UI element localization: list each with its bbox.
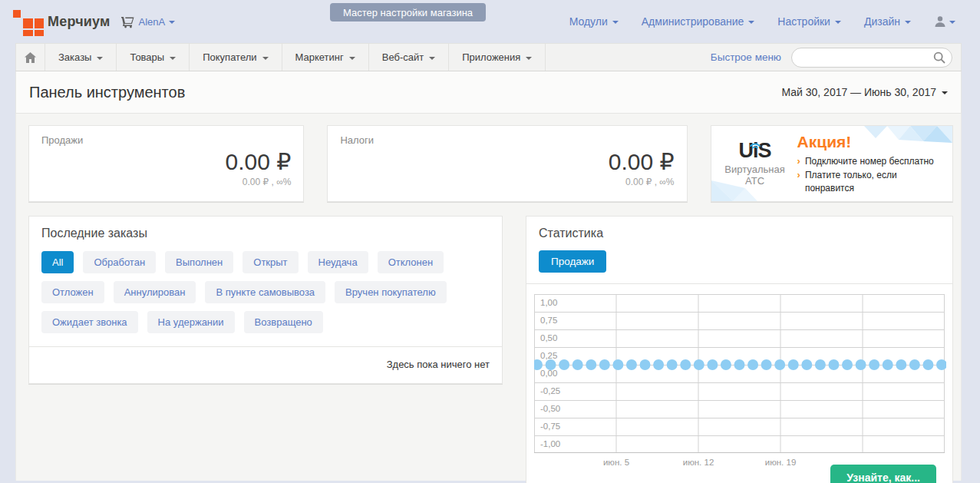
order-status-filters: All Обработан Выполнен Открыт Неудача От… [41, 251, 490, 333]
statistics-panel: Статистика Продажи 1,000,750,500,250,00-… [526, 216, 953, 483]
taxes-value: 0.00 ₽ [340, 149, 674, 175]
home-button[interactable] [16, 44, 45, 71]
chevron-right-icon: › [797, 154, 800, 167]
svg-text:июн. 5: июн. 5 [603, 458, 629, 467]
svg-text:-0,25: -0,25 [540, 386, 560, 395]
nav-item-apps[interactable]: Приложения [449, 44, 546, 71]
promo-text: Акция! › Подключите номер бесплатно › Пл… [797, 133, 945, 195]
nav-right: Быстрое меню [711, 44, 961, 71]
account-menu[interactable] [934, 15, 955, 28]
promo-bullet: › Подключите номер бесплатно [797, 154, 945, 168]
uis-caption: Виртуальная АТС [722, 164, 788, 187]
svg-text:-1,00: -1,00 [540, 439, 560, 448]
svg-text:0,00: 0,00 [540, 369, 557, 378]
chevron-down-icon [429, 57, 435, 60]
main-nav: Заказы Товары Покупатели Маркетинг Веб-с… [15, 43, 962, 71]
chevron-down-icon [949, 21, 955, 24]
search-input[interactable] [791, 48, 952, 68]
sales-chart: 1,000,750,500,250,00-0,25-0,50-0,75-1,00… [534, 289, 946, 481]
filter-failed[interactable]: Неудача [308, 251, 368, 273]
promo-bullet: › Платите только, если понравится [797, 168, 945, 195]
top-menu-modules[interactable]: Модули [569, 15, 619, 28]
statistics-title: Статистика [539, 227, 945, 240]
sales-subvalue: 0.00 ₽ , ∞% [41, 177, 291, 187]
stats-row: Продажи 0.00 ₽ 0.00 ₽ , ∞% Налоги 0.00 ₽… [28, 125, 953, 202]
top-menu-settings[interactable]: Настройки [777, 15, 841, 28]
chevron-down-icon [169, 21, 175, 24]
chevron-down-icon [942, 91, 948, 94]
user-name: AlenA [139, 16, 166, 28]
chevron-down-icon [835, 21, 841, 24]
svg-text:0,50: 0,50 [540, 333, 557, 342]
home-icon [25, 52, 36, 63]
nav-item-customers[interactable]: Покупатели [190, 44, 282, 71]
svg-text:июн. 19: июн. 19 [765, 458, 797, 467]
page-header: Панель инструментов Май 30, 2017 — Июнь … [15, 71, 962, 114]
storefront-cart-icon[interactable] [121, 16, 134, 28]
filter-declined[interactable]: Отклонен [378, 251, 444, 273]
sales-series-button[interactable]: Продажи [539, 250, 606, 273]
nav-item-products[interactable]: Товары [117, 44, 190, 71]
merchium-logo-icon [13, 8, 41, 36]
filter-all[interactable]: All [41, 251, 74, 273]
chevron-down-icon [170, 57, 176, 60]
chevron-down-icon [526, 57, 532, 60]
store-setup-wizard-button[interactable]: Мастер настройки магазина [330, 3, 486, 22]
quick-menu-link[interactable]: Быстрое меню [711, 51, 781, 63]
page-title: Панель инструментов [29, 84, 185, 101]
filter-backordered[interactable]: Отложен [41, 281, 104, 303]
chart-area: 1,000,750,500,250,00-0,25-0,50-0,75-1,00… [534, 289, 945, 483]
taxes-card: Налоги 0.00 ₽ 0.00 ₽ , ∞% [327, 125, 687, 202]
top-menus: Модули Администрирование Настройки Дизай… [569, 15, 955, 28]
nav-item-orders[interactable]: Заказы [45, 44, 117, 71]
chevron-down-icon [612, 21, 619, 24]
taxes-card-title: Налоги [340, 134, 674, 146]
filter-pickup-point[interactable]: В пункте самовывоза [205, 281, 325, 303]
promo-headline: Акция! [797, 133, 945, 151]
user-menu[interactable]: AlenA [139, 16, 176, 28]
sales-card: Продажи 0.00 ₽ 0.00 ₽ , ∞% [28, 125, 304, 202]
chevron-down-icon [905, 21, 911, 24]
svg-text:0,25: 0,25 [540, 351, 557, 360]
filter-returned[interactable]: Возвращено [244, 311, 323, 333]
sales-card-title: Продажи [41, 134, 291, 146]
svg-text:июн. 12: июн. 12 [683, 458, 714, 467]
nav-item-website[interactable]: Веб-сайт [369, 44, 449, 71]
filter-on-hold[interactable]: На удержании [147, 311, 235, 333]
nav-item-marketing[interactable]: Маркетинг [282, 44, 369, 71]
chevron-down-icon [748, 21, 754, 24]
recent-orders-title: Последние заказы [41, 227, 490, 240]
filter-open[interactable]: Открыт [243, 251, 298, 273]
dashboard-content: Продажи 0.00 ₽ 0.00 ₽ , ∞% Налоги 0.00 ₽… [15, 114, 962, 481]
top-menu-administration[interactable]: Администрирование [642, 15, 755, 28]
chevron-down-icon [262, 57, 269, 60]
sales-value: 0.00 ₽ [41, 149, 291, 175]
filter-cancelled[interactable]: Аннулирован [114, 281, 196, 303]
uis-promo-banner[interactable]: UiS Виртуальная АТС Акция! › Подключите … [711, 125, 953, 202]
filter-delivered[interactable]: Вручен покупателю [335, 281, 447, 303]
recent-orders-panel: Последние заказы All Обработан Выполнен … [28, 216, 503, 384]
date-range-picker[interactable]: Май 30, 2017 — Июнь 30, 2017 [781, 86, 948, 98]
uis-logo: UiS Виртуальная АТС [722, 141, 788, 187]
chevron-down-icon [349, 57, 355, 60]
filter-processed[interactable]: Обработан [83, 251, 156, 273]
filter-awaiting-call[interactable]: Ожидает звонка [41, 311, 138, 333]
top-menu-design[interactable]: Дизайн [864, 15, 911, 28]
filter-complete[interactable]: Выполнен [165, 251, 233, 273]
top-header: Мерчиум AlenA Мастер настройки магазина … [0, 0, 980, 43]
chevron-down-icon [97, 57, 103, 60]
person-icon [934, 15, 946, 28]
svg-text:0,75: 0,75 [540, 316, 557, 325]
svg-text:-0,75: -0,75 [540, 422, 560, 431]
taxes-subvalue: 0.00 ₽ , ∞% [340, 177, 674, 187]
panels-row: Последние заказы All Обработан Выполнен … [28, 216, 953, 483]
divider [526, 283, 952, 284]
search-box [791, 48, 952, 68]
learn-how-button[interactable]: Узнайте, как... [830, 465, 936, 483]
brand-logo[interactable]: Мерчиум [13, 8, 111, 36]
orders-empty-message: Здесь пока ничего нет [41, 347, 490, 383]
wifi-icon [749, 132, 761, 152]
uis-wordmark: UiS [722, 141, 788, 160]
brand-name: Мерчиум [48, 14, 111, 30]
chevron-right-icon: › [797, 168, 800, 181]
